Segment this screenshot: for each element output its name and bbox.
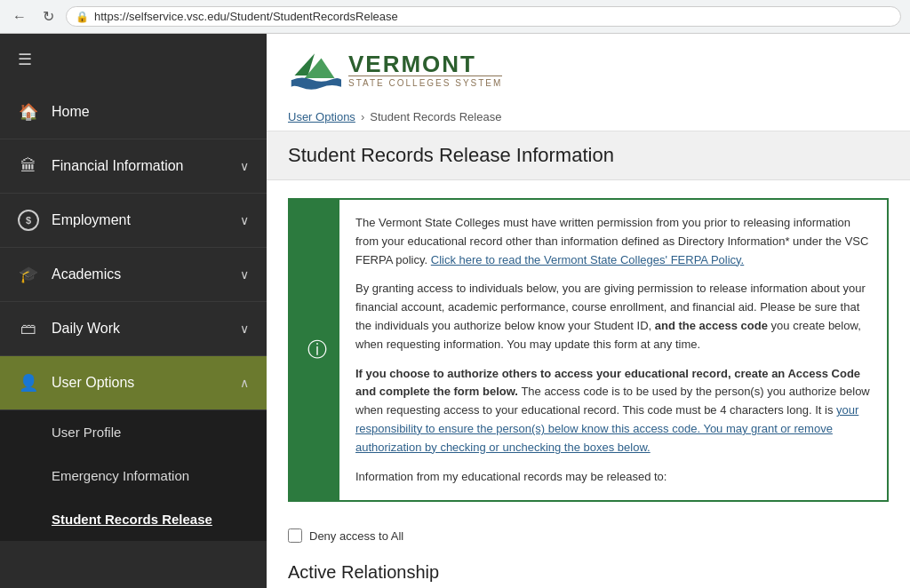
lock-icon: 🔒 — [76, 11, 89, 23]
para2-bold: and the access code — [655, 319, 768, 332]
home-icon: 🏠 — [18, 101, 39, 123]
breadcrumb: User Options › Student Records Release — [288, 103, 889, 131]
app-container: ☰ 🏠 Home 🏛 Financial Information ∨ $ Emp… — [0, 34, 910, 588]
browser-chrome: ← ↻ 🔒 https://selfservice.vsc.edu/Studen… — [0, 0, 910, 34]
active-relationship-title: Active Relationship — [267, 555, 910, 588]
sidebar-sub-item-userprofile[interactable]: User Profile — [0, 410, 267, 454]
hamburger-icon: ☰ — [18, 51, 32, 68]
info-section: ⓘ The Vermont State Colleges must have w… — [288, 198, 889, 502]
sidebar-employment-label: Employment — [52, 212, 228, 228]
logo-area: VERMONT STATE COLLEGES SYSTEM — [288, 48, 889, 92]
chevron-down-icon: ∨ — [240, 159, 249, 173]
sidebar-item-home[interactable]: 🏠 Home — [0, 85, 267, 139]
sidebar-dailywork-label: Daily Work — [52, 321, 228, 337]
logo-vermont-text: VERMONT — [348, 52, 502, 75]
info-icon-column: ⓘ — [295, 200, 339, 500]
logo-text-group: VERMONT STATE COLLEGES SYSTEM — [348, 52, 502, 88]
content-header: VERMONT STATE COLLEGES SYSTEM User Optio… — [267, 34, 910, 131]
chevron-up-icon: ∧ — [240, 376, 249, 390]
sidebar-home-label: Home — [52, 104, 249, 120]
deny-access-section: Deny access to All — [267, 520, 910, 555]
chevron-down-icon: ∨ — [240, 267, 249, 282]
info-para3: If you choose to authorize others to acc… — [355, 365, 871, 457]
vsc-logo: VERMONT STATE COLLEGES SYSTEM — [288, 48, 502, 92]
breadcrumb-current: Student Records Release — [370, 110, 501, 123]
refresh-button[interactable]: ↻ — [37, 6, 59, 28]
ferpa-policy-link[interactable]: Click here to read the Vermont State Col… — [431, 253, 744, 266]
sidebar-item-dailywork[interactable]: 🗃 Daily Work ∨ — [0, 302, 267, 356]
sidebar-financial-label: Financial Information — [52, 158, 228, 174]
page-title-bar: Student Records Release Information — [267, 131, 910, 180]
sidebar-item-financial[interactable]: 🏛 Financial Information ∨ — [0, 139, 267, 194]
chevron-down-icon: ∨ — [240, 322, 249, 336]
info-para4: Information from my educational records … — [355, 468, 871, 487]
hamburger-menu[interactable]: ☰ — [0, 34, 267, 85]
info-circle-icon: ⓘ — [307, 337, 327, 363]
sidebar-item-useroptions[interactable]: 👤 User Options ∧ — [0, 356, 267, 410]
url-text: https://selfservice.vsc.edu/Student/Stud… — [94, 10, 398, 23]
vermont-logo-svg — [288, 48, 341, 92]
main-content: VERMONT STATE COLLEGES SYSTEM User Optio… — [267, 34, 910, 588]
logo-subtitle-text: STATE COLLEGES SYSTEM — [348, 75, 502, 88]
sidebar: ☰ 🏠 Home 🏛 Financial Information ∨ $ Emp… — [0, 34, 267, 588]
info-content-area: The Vermont State Colleges must have wri… — [339, 200, 887, 500]
breadcrumb-separator: › — [361, 110, 364, 123]
sidebar-item-academics[interactable]: 🎓 Academics ∨ — [0, 248, 267, 302]
studentrecords-label: Student Records Release — [52, 512, 212, 527]
financial-icon: 🏛 — [18, 155, 39, 177]
sidebar-sub-item-studentrecords[interactable]: Student Records Release — [0, 497, 267, 541]
sidebar-item-employment[interactable]: $ Employment ∨ — [0, 194, 267, 248]
deny-access-checkbox[interactable] — [288, 528, 302, 543]
dailywork-icon: 🗃 — [18, 318, 39, 339]
useroptions-icon: 👤 — [18, 372, 39, 393]
sidebar-sub-item-emergency[interactable]: Emergency Information — [0, 454, 267, 497]
sidebar-academics-label: Academics — [52, 266, 228, 282]
page-title: Student Records Release Information — [288, 144, 889, 167]
deny-access-label: Deny access to All — [309, 529, 403, 543]
address-bar[interactable]: 🔒 https://selfservice.vsc.edu/Student/St… — [66, 6, 901, 27]
emergency-label: Emergency Information — [52, 468, 189, 483]
employment-icon: $ — [18, 210, 39, 231]
userprofile-label: User Profile — [52, 425, 121, 440]
back-button[interactable]: ← — [9, 6, 30, 28]
info-para2: By granting access to individuals below,… — [355, 280, 871, 354]
chevron-down-icon: ∨ — [240, 213, 249, 227]
sidebar-useroptions-label: User Options — [52, 375, 228, 391]
breadcrumb-link[interactable]: User Options — [288, 110, 355, 123]
academics-icon: 🎓 — [18, 264, 39, 285]
info-para1: The Vermont State Colleges must have wri… — [355, 214, 871, 269]
